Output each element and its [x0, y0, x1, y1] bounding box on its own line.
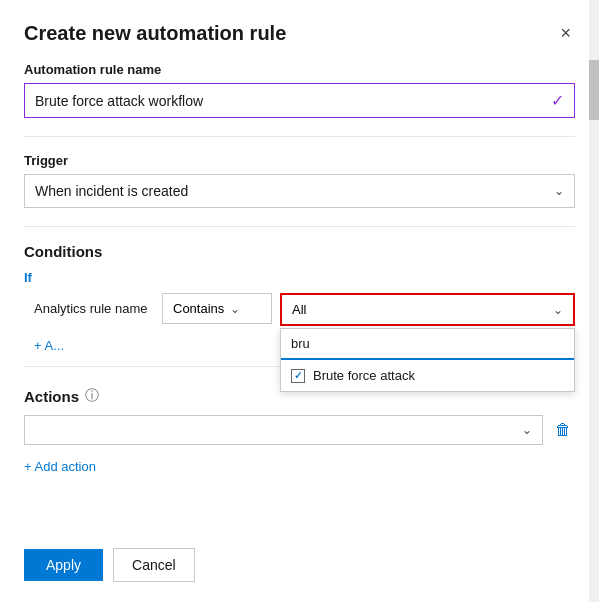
trigger-group: Trigger When incident is created ⌄ — [24, 153, 575, 208]
checkmark-icon: ✓ — [551, 91, 564, 110]
trigger-value: When incident is created — [35, 183, 188, 199]
action-row: ⌄ 🗑 — [24, 415, 575, 445]
dialog-body: Automation rule name Brute force attack … — [0, 62, 599, 534]
automation-rule-name-group: Automation rule name Brute force attack … — [24, 62, 575, 118]
divider-2 — [24, 226, 575, 227]
if-label: If — [24, 270, 575, 285]
condition-value-select[interactable]: All ⌄ — [280, 293, 575, 326]
condition-row: Analytics rule name Contains ⌄ All ⌄ — [34, 293, 575, 326]
scrollbar-track — [589, 0, 599, 602]
brute-force-label: Brute force attack — [313, 368, 415, 383]
scrollbar-thumb[interactable] — [589, 60, 599, 120]
action-select[interactable]: ⌄ — [24, 415, 543, 445]
action-chevron-icon: ⌄ — [522, 423, 532, 437]
close-button[interactable]: × — [556, 20, 575, 46]
condition-operator-select[interactable]: Contains ⌄ — [162, 293, 272, 324]
add-and-link[interactable]: + A... — [34, 338, 64, 353]
dialog-header: Create new automation rule × — [0, 0, 599, 62]
add-action-link[interactable]: + Add action — [24, 459, 96, 474]
condition-value-wrapper: All ⌄ Brute force attack — [280, 293, 575, 326]
add-action-label: + Add action — [24, 459, 96, 474]
divider-1 — [24, 136, 575, 137]
conditions-label: Conditions — [24, 243, 575, 260]
brute-force-checkbox[interactable] — [291, 369, 305, 383]
condition-dropdown: Brute force attack — [280, 328, 575, 392]
condition-value-label: All — [292, 302, 306, 317]
trigger-select[interactable]: When incident is created ⌄ — [24, 174, 575, 208]
automation-rule-name-label: Automation rule name — [24, 62, 575, 77]
condition-search-input[interactable] — [281, 329, 574, 360]
trigger-chevron-icon: ⌄ — [554, 184, 564, 198]
dialog-title: Create new automation rule — [24, 22, 286, 45]
delete-action-icon[interactable]: 🗑 — [551, 417, 575, 443]
condition-field-name: Analytics rule name — [34, 293, 154, 316]
conditions-section: Conditions If Analytics rule name Contai… — [24, 243, 575, 354]
create-automation-dialog: Create new automation rule × Automation … — [0, 0, 599, 602]
automation-rule-name-input[interactable]: Brute force attack workflow ✓ — [24, 83, 575, 118]
info-icon[interactable]: ⓘ — [85, 387, 99, 405]
automation-rule-name-value: Brute force attack workflow — [35, 93, 203, 109]
condition-operator-chevron-icon: ⌄ — [230, 302, 240, 316]
cancel-button[interactable]: Cancel — [113, 548, 195, 582]
trigger-label: Trigger — [24, 153, 575, 168]
brute-force-item[interactable]: Brute force attack — [281, 360, 574, 391]
actions-section: Actions ⓘ ⌄ 🗑 + Add action — [24, 387, 575, 475]
condition-operator-value: Contains — [173, 301, 224, 316]
condition-value-chevron-icon: ⌄ — [553, 303, 563, 317]
actions-label: Actions — [24, 388, 79, 405]
apply-button[interactable]: Apply — [24, 549, 103, 581]
dialog-footer: Apply Cancel — [0, 534, 599, 602]
